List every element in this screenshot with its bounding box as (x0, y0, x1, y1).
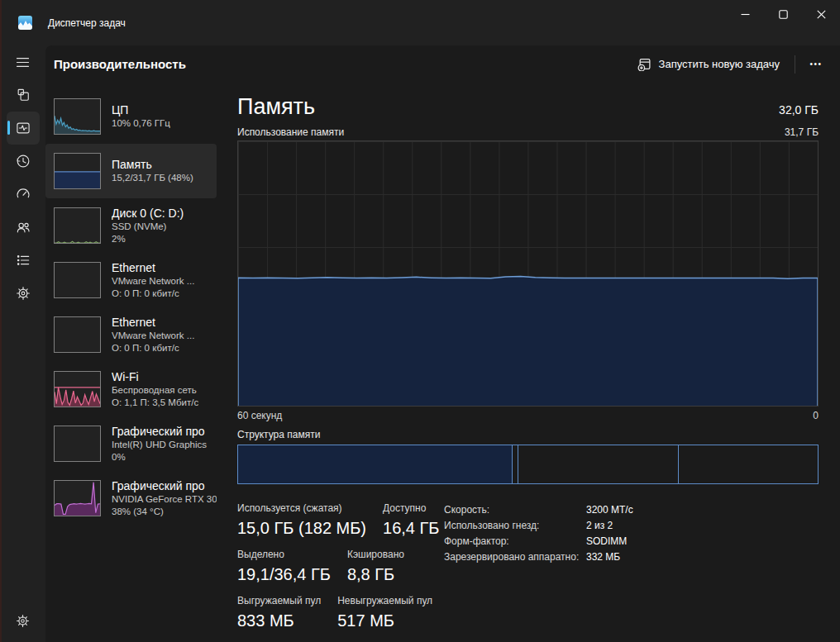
run-new-task-button[interactable]: Запустить новую задачу (629, 52, 788, 76)
cpu-mini-chart (54, 98, 101, 135)
performance-icon (15, 120, 31, 136)
memory-title: Память (237, 93, 315, 121)
hamburger-button[interactable] (7, 47, 40, 77)
maximize-icon (779, 10, 788, 19)
memory-total-capacity: 32,0 ГБ (779, 103, 819, 121)
speedometer-icon (15, 186, 31, 202)
perf-item-wifi[interactable]: Wi-FiБеспроводная сетьО: 1,1 П: 3,5 Мбит… (45, 362, 217, 416)
rail-item-performance[interactable] (7, 112, 40, 145)
perf-item-ethernet-2[interactable]: EthernetVMware Network ...О: 0 П: 0 кбит… (45, 307, 217, 362)
stat-non-paged-pool: Невыгружаемый пул517 МБ (337, 595, 432, 630)
stat-in-use: Используется (сжатая)15,0 ГБ (182 МБ) (237, 502, 366, 538)
memory-detail-pane: Память 32,0 ГБ Использование памяти 31,7… (217, 83, 840, 642)
window-controls (726, 2, 840, 26)
minimize-icon (741, 10, 750, 19)
performance-list: ЦП10% 0,76 ГГц Память15,2/31,7 ГБ (48%) … (45, 83, 217, 642)
memory-hardware-details: Скорость:3200 МТ/с Использовано гнезд:2 … (444, 502, 633, 641)
task-manager-window: Диспетчер задач (0, 0, 840, 642)
gpu-1-mini-chart (54, 480, 101, 516)
titlebar: Диспетчер задач (0, 0, 840, 45)
more-options-button[interactable]: ••• (802, 53, 830, 76)
details-list-icon (15, 252, 31, 269)
minimize-button[interactable] (726, 2, 764, 26)
rail-item-app-history[interactable] (7, 145, 40, 178)
composition-segment-free (679, 445, 818, 483)
perf-item-gpu-1[interactable]: Графический проNVIDIA GeForce RTX 30538%… (45, 471, 217, 525)
stat-paged-pool: Выгружаемый пул833 МБ (237, 595, 321, 630)
perf-item-cpu[interactable]: ЦП10% 0,76 ГГц (45, 89, 217, 144)
selected-accent-pill (7, 121, 10, 135)
task-manager-logo-icon (18, 16, 32, 30)
rail-item-users[interactable] (7, 211, 40, 244)
composition-label: Структура памяти (237, 429, 819, 440)
background-window-edge (0, 0, 2, 642)
composition-segment-in-use (238, 445, 513, 483)
services-gear-icon (15, 285, 31, 302)
nav-rail (0, 45, 45, 642)
history-clock-icon (15, 153, 31, 169)
rail-item-processes[interactable] (7, 78, 40, 112)
stat-committed: Выделено19,1/36,4 ГБ (237, 549, 331, 584)
stat-available: Доступно16,4 ГБ (383, 502, 439, 538)
detail-speed: Скорость:3200 МТ/с (444, 502, 633, 517)
hamburger-icon (14, 54, 31, 71)
rail-item-startup-apps[interactable] (7, 178, 40, 211)
disk-mini-chart (54, 207, 101, 244)
users-icon (15, 219, 31, 235)
content-card: Производительность Запустить новую задач… (45, 45, 840, 642)
close-icon (817, 10, 826, 19)
detail-slots-used: Использовано гнезд:2 из 2 (444, 518, 633, 533)
memory-stats: Используется (сжатая)15,0 ГБ (182 МБ) До… (237, 502, 444, 641)
time-axis-right-label: 0 (813, 410, 819, 421)
wifi-mini-chart (54, 371, 101, 407)
ethernet-2-mini-chart (54, 316, 101, 353)
processes-icon (15, 87, 31, 103)
header-divider (795, 55, 795, 74)
rail-item-details[interactable] (7, 244, 40, 277)
perf-item-ethernet-1[interactable]: EthernetVMware Network ...О: 0 П: 0 кбит… (45, 253, 217, 307)
window-title: Диспетчер задач (48, 17, 126, 29)
detail-form-factor: Форм-фактор:SODIMM (444, 534, 633, 549)
page-title: Производительность (54, 57, 186, 71)
perf-item-memory[interactable]: Память15,2/31,7 ГБ (48%) (45, 144, 217, 198)
memory-usage-plot (237, 140, 819, 407)
memory-mini-chart (54, 153, 101, 189)
usage-chart-label: Использование памяти (237, 126, 344, 138)
rail-item-services[interactable] (7, 277, 40, 310)
memory-composition-bar (237, 445, 819, 484)
perf-item-disk[interactable]: Диск 0 (C: D:)SSD (NVMe)2% (45, 198, 217, 253)
new-task-icon (637, 57, 651, 71)
settings-button[interactable] (7, 604, 40, 637)
content-header: Производительность Запустить новую задач… (45, 45, 840, 83)
maximize-button[interactable] (764, 2, 802, 26)
stat-cached: Кэшировано8,8 ГБ (347, 549, 404, 584)
ethernet-1-mini-chart (54, 262, 101, 298)
detail-hardware-reserved: Зарезервировано аппаратно:332 МБ (444, 549, 633, 564)
perf-item-gpu-0[interactable]: Графический проIntel(R) UHD Graphics0% (45, 416, 217, 471)
time-axis-left-label: 60 секунд (237, 410, 282, 421)
close-button[interactable] (802, 2, 840, 26)
gear-icon (15, 613, 31, 629)
composition-segment-standby (518, 445, 679, 483)
usage-chart-max-label: 31,7 ГБ (785, 126, 819, 138)
gpu-0-mini-chart (54, 426, 101, 462)
run-new-task-label: Запустить новую задачу (659, 58, 780, 70)
